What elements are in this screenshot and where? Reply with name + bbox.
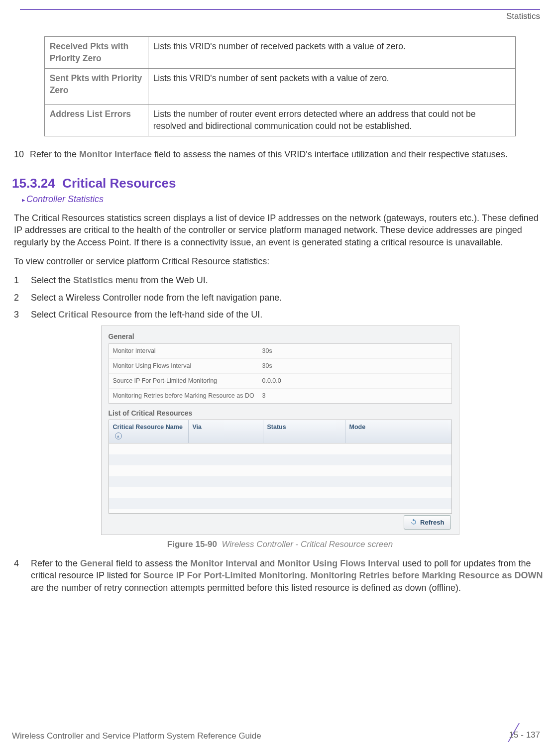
text: from the left-hand side of the UI. [132,310,262,320]
resources-table: Critical Resource Name▴ Via Status Mode [109,420,452,514]
page-number: 15 - 137 [509,730,540,741]
breadcrumb[interactable]: Controller Statistics [22,193,548,205]
step-number: 4 [14,557,22,594]
desc-cell: Lists this VRID's number of received pac… [148,36,516,68]
monitor-flows-interval-label: Monitor Using Flows Interval [277,558,400,568]
kv-val: 30s [262,362,272,370]
col-name[interactable]: Critical Resource Name▴ [109,420,189,443]
figure-caption: Figure 15-90 Wireless Controller - Criti… [12,539,548,550]
text: Refer to the [31,558,80,568]
term-cell: Sent Pkts with Priority Zero [44,69,148,105]
figure-number: Figure 15-90 [167,539,217,549]
kv-key: Monitor Interval [113,347,262,355]
kv-key: Source IP For Port-Limited Monitoring [113,377,262,385]
step-text: Refer to the Monitor Interface field to … [30,148,508,160]
table-body-empty [109,443,451,513]
section-title: Critical Resources [62,176,176,191]
step-number: 10 [14,148,27,160]
source-ip-label: Source IP For Port-Limited Monitoring [143,570,306,580]
page-number-badge: 15 - 137 [492,723,540,742]
kv-row: Monitoring Retries before Marking Resour… [109,389,451,403]
text: menu from the Web UI. [113,275,208,285]
header-section-label: Statistics [0,10,560,22]
col-label: Critical Resource Name [113,424,183,431]
step-10: 10 Refer to the Monitor Interface field … [12,148,548,160]
table-row: Received Pkts with Priority Zero Lists t… [44,36,516,68]
sort-asc-icon[interactable]: ▴ [115,432,122,439]
text: are the number of retry connection attem… [31,583,461,593]
kv-key: Monitor Using Flows Interval [113,362,262,370]
text: Select [31,310,58,320]
section-heading: 15.3.24 Critical Resources [12,175,548,192]
steps-list: Select the Statistics menu from the Web … [12,274,548,321]
monitor-interface-label: Monitor Interface [79,149,152,159]
table-row: Address List Errors Lists the number of … [44,105,516,136]
statistics-menu-label: Statistics [73,275,113,285]
term-cell: Received Pkts with Priority Zero [44,36,148,68]
refresh-icon [410,519,417,526]
table-row: Sent Pkts with Priority Zero Lists this … [44,69,516,105]
text: field to assess the [113,558,190,568]
general-panel: Monitor Interval30s Monitor Using Flows … [109,343,452,404]
embedded-screenshot: General Monitor Interval30s Monitor Usin… [101,325,459,535]
desc-cell: Lists this VRID's number of sent packets… [148,69,516,105]
kv-val: 3 [262,392,266,400]
critical-resource-label: Critical Resource [58,310,132,320]
text: Refer to the [30,149,79,159]
kv-val: 0.0.0.0 [262,377,281,385]
step-text: Select the Statistics menu from the Web … [31,274,208,286]
step-4: 4 Refer to the General field to assess t… [12,557,548,594]
definitions-table: Received Pkts with Priority Zero Lists t… [44,36,516,137]
monitoring-retries-label: Monitoring Retries before Marking Resour… [310,570,543,580]
text: . [305,570,310,580]
kv-row: Source IP For Port-Limited Monitoring0.0… [109,374,451,389]
general-label: General [80,558,113,568]
general-legend: General [109,332,452,341]
section-number: 15.3.24 [12,176,55,191]
step-3: Select Critical Resource from the left-h… [14,309,546,321]
figure-title: Wireless Controller - Critical Resource … [222,539,393,549]
doc-title: Wireless Controller and Service Platform… [12,731,261,742]
col-mode[interactable]: Mode [345,420,451,443]
refresh-label: Refresh [420,518,444,527]
step-text: Select Critical Resource from the left-h… [31,309,262,321]
monitor-interval-label: Monitor Interval [190,558,257,568]
kv-row: Monitor Using Flows Interval30s [109,359,451,374]
text: and [257,558,277,568]
text: field to assess the names of this VRID's… [152,149,508,159]
term-cell: Address List Errors [44,105,148,136]
desc-cell: Lists the number of router event errors … [148,105,516,136]
col-via[interactable]: Via [189,420,263,443]
col-status[interactable]: Status [263,420,345,443]
step-text: Refer to the General field to assess the… [31,557,546,594]
page-footer: Wireless Controller and Service Platform… [12,723,540,742]
step-text: Select a Wireless Controller node from t… [31,292,282,304]
step-1: Select the Statistics menu from the Web … [14,274,546,286]
step-2: Select a Wireless Controller node from t… [14,292,546,304]
lead-paragraph: To view controller or service platform C… [12,255,548,267]
kv-row: Monitor Interval30s [109,344,451,359]
kv-val: 30s [262,347,272,355]
kv-key: Monitoring Retries before Marking Resour… [113,392,262,400]
list-legend: List of Critical Resources [109,409,452,418]
text: Select the [31,275,73,285]
intro-paragraph: The Critical Resources statistics screen… [12,212,548,248]
table-header-row: Critical Resource Name▴ Via Status Mode [109,420,451,443]
refresh-button[interactable]: Refresh [404,515,450,530]
